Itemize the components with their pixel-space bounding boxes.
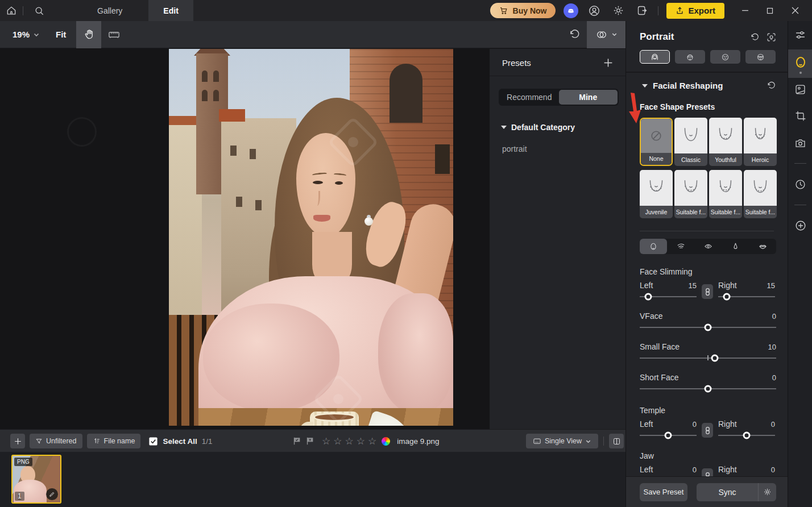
select-all-checkbox[interactable] bbox=[148, 437, 158, 446]
save-preset-button[interactable]: Save Preset bbox=[640, 483, 687, 501]
selection-count: 1/1 bbox=[202, 437, 213, 446]
canvas-toolbar: 19% Fit bbox=[0, 21, 625, 48]
link-icon[interactable] bbox=[702, 284, 713, 299]
add-tool-icon[interactable] bbox=[788, 216, 812, 235]
chevron-down-icon bbox=[585, 438, 591, 444]
sort-icon bbox=[93, 437, 101, 445]
slider-face-slimming-right[interactable] bbox=[718, 291, 775, 302]
undo-icon[interactable] bbox=[562, 21, 587, 48]
divider bbox=[603, 437, 604, 446]
title-bar: Gallery Edit Buy Now bbox=[0, 0, 812, 21]
facial-reshaping-title: Facial Reshaping bbox=[653, 81, 767, 90]
face-slimming-label: Face Slimming bbox=[640, 267, 788, 276]
hand-tool-button[interactable] bbox=[76, 21, 101, 48]
edit-canvas[interactable] bbox=[0, 49, 489, 429]
tab-mine[interactable]: Mine bbox=[559, 90, 618, 105]
zoom-level-dropdown[interactable]: 19% bbox=[0, 30, 45, 39]
portrait-subject-tabs bbox=[640, 50, 776, 64]
annotation-arrow bbox=[627, 93, 644, 126]
filter-dropdown[interactable]: Unfiltered bbox=[30, 434, 82, 448]
sort-dropdown[interactable]: File name bbox=[87, 434, 141, 448]
slider-vface[interactable] bbox=[640, 322, 776, 333]
minimize-button[interactable] bbox=[732, 0, 757, 21]
tab-face-child[interactable] bbox=[710, 50, 740, 64]
sync-button[interactable]: Sync bbox=[697, 488, 758, 497]
tab-face-masked[interactable] bbox=[745, 50, 776, 64]
tab-face-woman[interactable] bbox=[640, 50, 670, 64]
discord-icon[interactable] bbox=[564, 3, 578, 18]
flag-reject-icon[interactable] bbox=[305, 437, 314, 446]
slider-face-slimming-left[interactable] bbox=[640, 291, 697, 302]
image-adjust-icon[interactable] bbox=[788, 80, 812, 99]
tab-nose[interactable] bbox=[722, 239, 749, 254]
face-shape-icon bbox=[744, 170, 777, 206]
star-rating-5[interactable]: ☆ bbox=[368, 437, 376, 446]
star-rating-2[interactable]: ☆ bbox=[333, 437, 342, 446]
camera-icon[interactable] bbox=[788, 133, 812, 152]
color-label-icon[interactable] bbox=[382, 437, 390, 446]
tab-face-shape[interactable] bbox=[640, 239, 667, 254]
crop-icon[interactable] bbox=[788, 106, 812, 126]
prohibited-icon bbox=[641, 119, 672, 153]
preset-youthful[interactable]: Youthful bbox=[709, 118, 742, 166]
view-size-tool-icon[interactable] bbox=[101, 21, 126, 48]
slider-temple-right[interactable] bbox=[718, 430, 775, 441]
fit-button[interactable]: Fit bbox=[45, 30, 76, 39]
tab-face-man[interactable] bbox=[675, 50, 705, 64]
add-image-button[interactable] bbox=[10, 434, 25, 448]
tab-lips[interactable] bbox=[749, 239, 776, 254]
upload-icon bbox=[676, 6, 684, 15]
collapse-triangle-icon[interactable] bbox=[642, 84, 648, 88]
link-icon[interactable] bbox=[702, 423, 713, 438]
vface-slider-row: VFace0 bbox=[640, 311, 776, 333]
face-shape-icon bbox=[744, 118, 777, 153]
star-rating-1[interactable]: ☆ bbox=[322, 437, 330, 446]
preset-item-portrait[interactable]: portrait bbox=[502, 144, 625, 153]
preset-classic[interactable]: Classic bbox=[674, 118, 707, 166]
preset-heroic[interactable]: Heroic bbox=[744, 118, 777, 166]
adjustments-icon[interactable] bbox=[788, 25, 812, 44]
preset-none[interactable]: None bbox=[640, 118, 673, 166]
slider-short-face[interactable] bbox=[640, 383, 776, 394]
reset-icon[interactable] bbox=[767, 81, 776, 90]
maximize-button[interactable] bbox=[757, 0, 782, 21]
view-mode-dropdown[interactable]: Single View bbox=[526, 434, 598, 448]
image-browser-bar: Unfiltered File name Select All 1/1 ☆ ☆ … bbox=[0, 429, 625, 452]
close-button[interactable] bbox=[782, 0, 807, 21]
search-icon[interactable] bbox=[23, 0, 55, 21]
portrait-tool-icon[interactable] bbox=[788, 53, 812, 72]
slider-small-face[interactable] bbox=[640, 352, 776, 364]
cart-icon bbox=[499, 6, 508, 15]
tab-recommend[interactable]: Recommend bbox=[500, 90, 559, 105]
settings-gear-icon[interactable] bbox=[610, 3, 626, 19]
face-detect-icon[interactable] bbox=[767, 32, 776, 42]
preset-suitable-1[interactable]: Suitable f... bbox=[674, 170, 707, 218]
preset-suitable-2[interactable]: Suitable f... bbox=[709, 170, 742, 218]
compare-view-button[interactable] bbox=[587, 21, 625, 48]
category-default[interactable]: Default Category bbox=[501, 123, 625, 132]
slider-temple-left[interactable] bbox=[640, 430, 697, 441]
buy-now-button[interactable]: Buy Now bbox=[490, 3, 556, 18]
quick-export-icon[interactable] bbox=[634, 3, 650, 19]
chevron-down-icon bbox=[33, 31, 40, 38]
tab-gallery[interactable]: Gallery bbox=[82, 0, 137, 21]
tab-eye[interactable] bbox=[694, 239, 722, 254]
temple-sliders: Left0 Right0 bbox=[640, 419, 776, 441]
reset-icon[interactable] bbox=[750, 32, 760, 42]
single-view-icon bbox=[533, 437, 541, 446]
tab-eyebrow[interactable] bbox=[667, 239, 694, 254]
split-compare-button[interactable] bbox=[609, 434, 624, 448]
star-rating-4[interactable]: ☆ bbox=[357, 437, 365, 446]
preset-juvenile[interactable]: Juvenile bbox=[640, 170, 673, 218]
add-preset-icon[interactable] bbox=[603, 58, 613, 68]
flag-pick-icon[interactable] bbox=[292, 437, 301, 446]
sync-settings-gear-icon[interactable] bbox=[758, 483, 776, 501]
preset-suitable-3[interactable]: Suitable f... bbox=[744, 170, 777, 218]
star-rating-3[interactable]: ☆ bbox=[345, 437, 354, 446]
tab-edit[interactable]: Edit bbox=[148, 0, 193, 21]
account-icon[interactable] bbox=[586, 3, 602, 19]
history-clock-icon[interactable] bbox=[788, 174, 812, 194]
thumbnail-image-9[interactable]: PNG 1 bbox=[11, 455, 61, 504]
export-button[interactable]: Export bbox=[666, 3, 724, 19]
home-icon[interactable] bbox=[0, 0, 23, 21]
